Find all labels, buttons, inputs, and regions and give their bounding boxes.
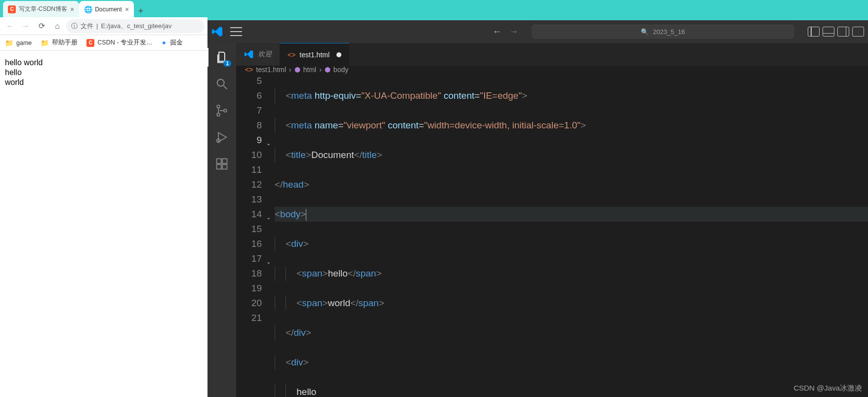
page-body: hello world hello world (0, 51, 207, 94)
breadcrumb-seg: body (333, 66, 348, 74)
favicon-csdn: C (86, 39, 94, 47)
tab-label: test1.html (299, 51, 330, 59)
url-input[interactable]: ⓘ 文件 | E:/java、c_test_gitee/jav (66, 19, 205, 33)
vscode-window: ← → 🔍 2023_5_16 1 (207, 20, 868, 397)
tab-label: Document (95, 6, 122, 13)
source-control-button[interactable] (214, 103, 229, 118)
svg-line-1 (224, 86, 227, 89)
customize-layout-button[interactable] (852, 27, 864, 37)
bookmark-label: CSDN - 专业开发… (97, 39, 152, 47)
bookmark-juejin[interactable]: ✦掘金 (161, 39, 183, 47)
chevron-right-icon: › (319, 66, 322, 74)
new-tab-button[interactable]: ＋ (134, 3, 148, 17)
editor-group: 欢迎 <> test1.html <> test1.html › ⬢ html … (236, 43, 868, 397)
bookmark-label: 帮助手册 (52, 39, 78, 47)
toggle-panel-button[interactable] (823, 27, 834, 37)
folder-icon: 📁 (5, 39, 13, 47)
html-file-icon: <> (245, 66, 253, 74)
svg-rect-7 (217, 164, 221, 169)
watermark: CSDN @Java冰激凌 (793, 384, 862, 393)
tab-label: 写文章-CSDN博客 (19, 5, 67, 13)
favicon-globe-icon: 🌐 (84, 5, 92, 13)
tab-label: 欢迎 (258, 50, 272, 59)
menu-button[interactable] (230, 27, 242, 36)
breadcrumb-file: test1.html (256, 66, 286, 74)
vscode-logo-icon (211, 26, 223, 38)
bookmark-csdn[interactable]: CCSDN - 专业开发… (86, 39, 152, 47)
extensions-button[interactable] (214, 157, 229, 171)
code-content: <meta http-equiv="X-UA-Compatible" conte… (275, 74, 868, 397)
svg-point-0 (217, 79, 224, 86)
search-button[interactable] (214, 77, 229, 91)
vscode-logo-icon (244, 49, 254, 59)
pipe: | (96, 22, 98, 30)
protocol-label: 文件 (81, 22, 93, 31)
toggle-secondary-button[interactable] (837, 27, 849, 37)
dirty-indicator-icon (336, 52, 341, 57)
chevron-right-icon: › (289, 66, 291, 74)
command-center[interactable]: 🔍 2023_5_16 (532, 25, 794, 39)
bookmarks-bar: 📁game 📁帮助手册 CCSDN - 专业开发… ✦掘金 (0, 35, 207, 51)
folder-icon: 📁 (41, 39, 49, 47)
svg-rect-8 (222, 164, 227, 169)
fold-icon[interactable]: ⌄ (266, 210, 271, 225)
bookmark-label: game (16, 40, 32, 46)
browser-window: C 写文章-CSDN博客 × 🌐 Document × ＋ ← → ⟳ ⌂ ⓘ … (0, 0, 207, 397)
line-gutter: 5 6 7 8 9⌄ 10 11 12 13 14⌄ 15 16 17⌄ 18 … (236, 74, 275, 397)
bookmark-help[interactable]: 📁帮助手册 (41, 39, 78, 47)
favicon-csdn: C (8, 5, 16, 13)
address-bar: ← → ⟳ ⌂ ⓘ 文件 | E:/java、c_test_gitee/jav (0, 17, 207, 35)
forward-button[interactable]: → (509, 27, 518, 37)
breadcrumb-seg: html (303, 66, 316, 74)
svg-rect-6 (217, 159, 221, 163)
back-button[interactable]: ← (493, 27, 501, 37)
symbol-icon: ⬢ (294, 66, 300, 74)
url-text: E:/java、c_test_gitee/jav (101, 22, 171, 31)
tab-document[interactable]: 🌐 Document × (79, 1, 134, 17)
text-line: hello (5, 68, 203, 78)
tab-welcome[interactable]: 欢迎 (236, 43, 280, 66)
svg-rect-9 (222, 159, 227, 163)
tab-csdn[interactable]: C 写文章-CSDN博客 × (3, 1, 79, 17)
home-button[interactable]: ⌂ (50, 19, 64, 33)
text-line: world (5, 78, 203, 87)
reload-button[interactable]: ⟳ (35, 19, 48, 33)
fold-icon[interactable]: ⌄ (266, 136, 271, 151)
tab-test1-html[interactable]: <> test1.html (280, 43, 349, 66)
editor-tabs: 欢迎 <> test1.html (236, 43, 868, 66)
svg-point-2 (217, 105, 220, 108)
juejin-icon: ✦ (161, 39, 167, 47)
text-line: hello world (5, 58, 203, 68)
tab-strip: C 写文章-CSDN博客 × 🌐 Document × ＋ (0, 0, 207, 17)
bookmark-label: 掘金 (170, 39, 183, 47)
search-text: 2023_5_16 (653, 28, 685, 36)
close-icon[interactable]: × (70, 5, 74, 13)
nav-arrows: ← → (493, 27, 518, 37)
code-editor[interactable]: 5 6 7 8 9⌄ 10 11 12 13 14⌄ 15 16 17⌄ 18 … (236, 74, 868, 397)
info-icon: ⓘ (71, 22, 78, 31)
debug-button[interactable] (214, 130, 229, 145)
title-bar: ← → 🔍 2023_5_16 (207, 20, 868, 43)
toggle-sidebar-button[interactable] (808, 27, 820, 37)
html-file-icon: <> (288, 51, 295, 59)
back-button[interactable]: ← (3, 19, 17, 33)
breadcrumb[interactable]: <> test1.html › ⬢ html › ⬢ body (236, 66, 868, 74)
close-icon[interactable]: × (125, 5, 129, 13)
svg-point-4 (224, 109, 227, 112)
svg-point-3 (217, 113, 220, 116)
search-icon: 🔍 (641, 28, 649, 36)
activity-bar: 1 (207, 43, 236, 397)
bookmark-game[interactable]: 📁game (5, 39, 32, 47)
badge: 1 (223, 60, 231, 67)
forward-button[interactable]: → (19, 19, 33, 33)
layout-controls (808, 27, 864, 37)
symbol-icon: ⬢ (325, 66, 331, 74)
explorer-button[interactable]: 1 (214, 50, 229, 65)
fold-icon[interactable]: ⌄ (266, 254, 271, 269)
